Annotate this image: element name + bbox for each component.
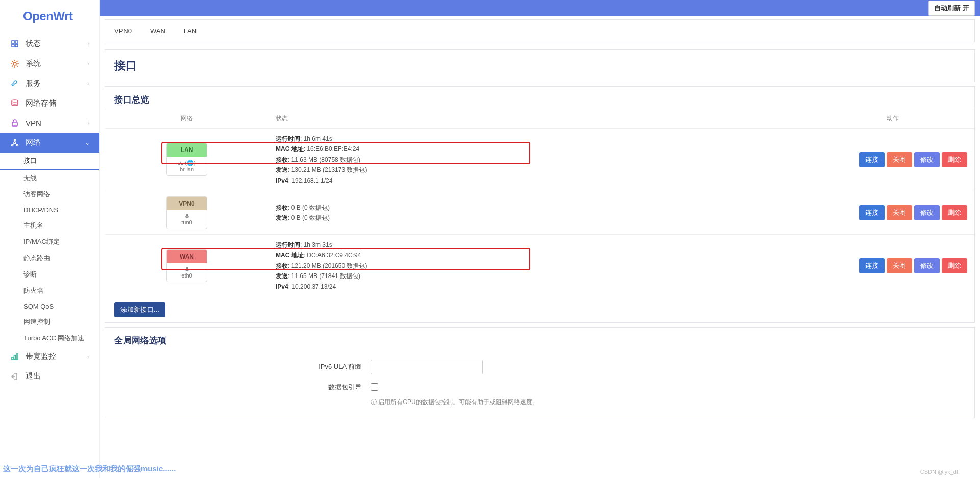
svg-point-5: [12, 100, 18, 102]
close-button[interactable]: 关闭: [887, 258, 912, 273]
subnav-item-诊断[interactable]: 诊断: [0, 266, 99, 283]
gear-icon: [10, 59, 19, 68]
close-button[interactable]: 关闭: [887, 205, 912, 220]
nav-item-服务[interactable]: 服务›: [0, 73, 99, 93]
net-icon: [10, 138, 19, 147]
interface-name: LAN: [167, 143, 207, 157]
subnav-item-网速控制[interactable]: 网速控制: [0, 314, 99, 330]
subnav-item-IP/MAC绑定[interactable]: IP/MAC绑定: [0, 234, 99, 250]
interface-row-VPN0: VPN0🖧tun0接收: 0 B (0 数据包)发送: 0 B (0 数据包)连…: [105, 191, 974, 234]
topbar: 自动刷新 开: [100, 0, 980, 16]
connect-button[interactable]: 连接: [859, 205, 885, 220]
svg-rect-3: [15, 44, 18, 47]
subnav-item-主机名[interactable]: 主机名: [0, 217, 99, 234]
svg-rect-12: [14, 355, 16, 360]
subnav-item-接口[interactable]: 接口: [0, 153, 99, 170]
footer-text: 这一次为自己疯狂就这一次我和我的倔强music......: [3, 464, 176, 474]
chevron-right-icon: ›: [88, 40, 90, 47]
delete-button[interactable]: 删除: [942, 258, 967, 273]
edit-button[interactable]: 修改: [914, 258, 940, 273]
delete-button[interactable]: 删除: [942, 152, 967, 167]
steer-label: 数据包引导: [115, 383, 371, 392]
ula-label: IPv6 ULA 前缀: [115, 362, 371, 371]
svg-rect-11: [12, 357, 13, 360]
tabs: VPN0WANLAN: [105, 19, 975, 42]
svg-rect-0: [12, 41, 14, 43]
svg-rect-13: [16, 354, 18, 360]
interface-device: br-lan: [167, 166, 207, 172]
interface-row-LAN: LAN🖧 (🌐)br-lan运行时间: 1h 6m 41sMAC 地址: 16:…: [105, 129, 974, 191]
subnav-item-防火墙[interactable]: 防火墙: [0, 283, 99, 299]
chevron-right-icon: ›: [88, 60, 90, 67]
steer-hint: ⓘ 启用所有CPU的数据包控制。可能有助于或阻碍网络速度。: [105, 396, 974, 412]
nav-item-退出[interactable]: 退出: [0, 366, 99, 386]
close-button[interactable]: 关闭: [887, 152, 912, 167]
nav-item-带宽监控[interactable]: 带宽监控›: [0, 346, 99, 366]
connect-button[interactable]: 连接: [859, 258, 885, 273]
interface-badge: LAN🖧 (🌐)br-lan: [166, 143, 207, 176]
logo: OpenWrt: [0, 0, 99, 34]
main: 自动刷新 开 VPN0WANLAN 接口 接口总览 网络 状态 动作 LAN🖧 …: [100, 0, 980, 478]
nav-item-系统[interactable]: 系统›: [0, 54, 99, 73]
exit-icon: [10, 372, 19, 381]
tab-LAN[interactable]: LAN: [175, 20, 206, 42]
chevron-right-icon: ›: [88, 353, 90, 360]
edit-button[interactable]: 修改: [914, 205, 940, 220]
page-title: 接口: [105, 50, 974, 82]
nav-bottom: 带宽监控›退出: [0, 346, 99, 386]
svg-rect-6: [12, 122, 17, 126]
subnav-item-访客网络[interactable]: 访客网络: [0, 186, 99, 203]
nav-item-网络存储[interactable]: 网络存储: [0, 93, 99, 113]
nav-label: 网络: [26, 138, 41, 147]
subnav-item-Turbo ACC 网络加速[interactable]: Turbo ACC 网络加速: [0, 330, 99, 346]
interface-row-WAN: WAN🖧eth0运行时间: 1h 3m 31sMAC 地址: DC:A6:32:…: [105, 234, 974, 296]
grid-icon: [10, 39, 19, 48]
nav-item-网络[interactable]: 网络⌄: [0, 133, 99, 153]
steer-checkbox[interactable]: [371, 383, 378, 391]
svg-point-7: [14, 142, 16, 144]
wrench-icon: [10, 79, 19, 88]
chevron-right-icon: ›: [88, 80, 90, 87]
nav-label: 网络存储: [26, 98, 56, 108]
connect-button[interactable]: 连接: [859, 152, 885, 167]
tab-VPN0[interactable]: VPN0: [105, 20, 141, 42]
nav-label: 服务: [26, 79, 41, 88]
interface-name: VPN0: [167, 197, 207, 210]
nav-label: 系统: [26, 59, 41, 68]
lock-icon: [10, 118, 19, 128]
tab-WAN[interactable]: WAN: [141, 20, 175, 42]
subnav-item-DHCP/DNS[interactable]: DHCP/DNS: [0, 203, 99, 217]
svg-rect-2: [12, 44, 14, 47]
bw-icon: [10, 352, 19, 361]
nav-label: 状态: [26, 39, 41, 48]
th-status: 状态: [268, 109, 811, 129]
nav-item-状态[interactable]: 状态›: [0, 34, 99, 54]
nav-top: 状态›系统›服务›网络存储VPN›网络⌄: [0, 34, 99, 153]
interface-ports: 🖧: [167, 266, 207, 272]
add-interface-button[interactable]: 添加新接口...: [114, 302, 165, 317]
edit-button[interactable]: 修改: [914, 152, 940, 167]
global-title: 全局网络选项: [105, 328, 974, 349]
overview-title: 接口总览: [105, 87, 974, 109]
ula-input[interactable]: [371, 360, 483, 374]
nav-item-VPN[interactable]: VPN›: [0, 113, 99, 133]
interface-badge: VPN0🖧tun0: [166, 196, 207, 229]
nav-label: VPN: [26, 119, 41, 128]
interface-ports: 🖧 (🌐): [167, 160, 207, 166]
subnav-item-无线[interactable]: 无线: [0, 170, 99, 186]
svg-rect-1: [15, 41, 18, 43]
interface-table: 网络 状态 动作 LAN🖧 (🌐)br-lan运行时间: 1h 6m 41sMA…: [105, 109, 974, 297]
delete-button[interactable]: 删除: [942, 205, 967, 220]
subnav-item-静态路由[interactable]: 静态路由: [0, 250, 99, 266]
chevron-down-icon: ⌄: [85, 139, 90, 146]
interface-device: eth0: [167, 272, 207, 279]
th-actions: 动作: [811, 109, 974, 129]
svg-point-4: [13, 62, 16, 65]
sidebar: OpenWrt 状态›系统›服务›网络存储VPN›网络⌄ 接口无线访客网络DHC…: [0, 0, 100, 478]
chevron-right-icon: ›: [88, 119, 90, 127]
interface-badge: WAN🖧eth0: [166, 249, 207, 282]
watermark: CSDN @lyk_dtf: [920, 469, 960, 475]
auto-refresh-toggle[interactable]: 自动刷新 开: [928, 1, 975, 16]
status-lines: 运行时间: 1h 6m 41sMAC 地址: 16:E6:B0:EF:E4:24…: [276, 134, 804, 186]
subnav-item-SQM QoS[interactable]: SQM QoS: [0, 299, 99, 314]
